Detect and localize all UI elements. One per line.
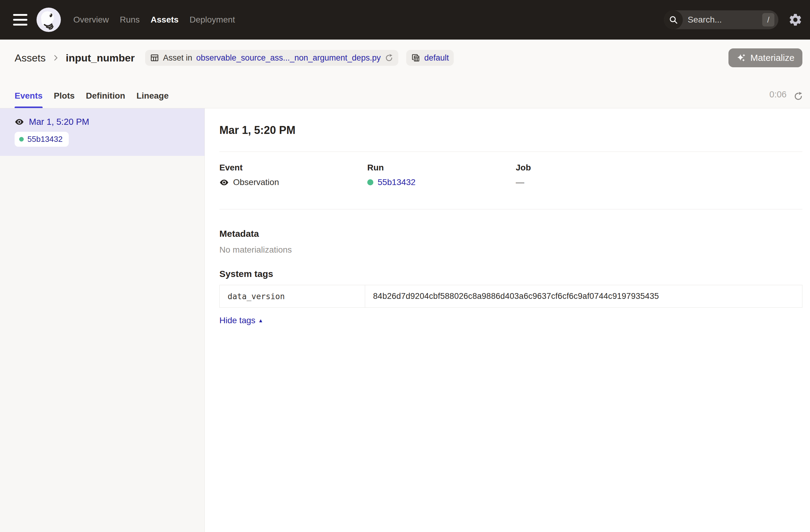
caret-up-icon: ▲ (258, 318, 263, 323)
event-summary-columns: Event Observation Run 55b13 (220, 163, 803, 187)
content-area: Mar 1, 5:20 PM 55b13432 Mar 1, 5:20 PM E… (0, 108, 810, 532)
slash-shortcut-badge: / (762, 13, 774, 27)
materialize-button[interactable]: Materialize (728, 48, 803, 67)
primary-nav: Overview Runs Assets Deployment (73, 15, 246, 25)
system-tags-heading: System tags (220, 269, 803, 279)
tab-plots[interactable]: Plots (54, 91, 75, 108)
event-column: Event Observation (220, 163, 367, 187)
metadata-empty-text: No materializations (220, 245, 803, 255)
run-column: Run 55b13432 (367, 163, 516, 187)
menu-icon[interactable] (13, 14, 27, 26)
tag-value-cell: 84b26d7d9204cbf588026c8a9886d403a6c9637c… (365, 285, 803, 308)
metadata-heading: Metadata (220, 228, 803, 239)
refresh-countdown: 0:06 (770, 90, 787, 108)
nav-item-assets[interactable]: Assets (151, 15, 179, 25)
job-column: Job — (516, 163, 803, 187)
tab-lineage[interactable]: Lineage (136, 91, 168, 108)
repo-pill: default (406, 50, 454, 66)
event-list-item-selected[interactable]: Mar 1, 5:20 PM 55b13432 (0, 108, 205, 156)
search-bar[interactable]: / (664, 10, 778, 29)
sparkle-icon (736, 53, 746, 63)
eye-icon (15, 117, 24, 127)
system-tags-table: data_version 84b26d7d9204cbf588026c8a988… (220, 285, 803, 308)
asset-definition-pill: Asset in observable_source_ass..._non_ar… (145, 50, 398, 66)
run-id-label: 55b13432 (27, 134, 63, 144)
run-id-link[interactable]: 55b13432 (378, 177, 416, 187)
refresh-icon[interactable] (793, 91, 803, 108)
tag-key-cell: data_version (220, 285, 365, 308)
materialize-label: Materialize (750, 53, 794, 63)
eye-icon (220, 178, 229, 187)
run-status-dot (367, 179, 373, 186)
tab-events[interactable]: Events (15, 91, 43, 108)
chevron-right-icon (52, 54, 60, 62)
event-label: Event (220, 163, 367, 173)
job-empty-value: — (516, 177, 524, 187)
table-icon (150, 53, 159, 62)
dagster-logo[interactable] (36, 7, 61, 32)
nav-item-runs[interactable]: Runs (120, 15, 140, 25)
run-label: Run (367, 163, 516, 173)
event-detail-title: Mar 1, 5:20 PM (220, 124, 803, 137)
nav-item-overview[interactable]: Overview (73, 15, 109, 25)
breadcrumb-assets-link[interactable]: Assets (15, 52, 46, 64)
event-list-sidebar: Mar 1, 5:20 PM 55b13432 (0, 108, 205, 532)
divider (220, 151, 803, 152)
job-label: Job (516, 163, 803, 173)
hide-tags-link[interactable]: Hide tags ▲ (220, 316, 263, 325)
event-detail-panel: Mar 1, 5:20 PM Event Observation (205, 108, 810, 532)
search-input[interactable] (683, 15, 762, 25)
hide-tags-label: Hide tags (220, 316, 255, 325)
run-status-dot (19, 137, 24, 142)
search-icon (664, 10, 683, 29)
asset-in-label: Asset in (163, 53, 192, 63)
top-nav: Overview Runs Assets Deployment / (0, 0, 810, 39)
asset-source-file-link[interactable]: observable_source_ass..._non_argument_de… (196, 53, 380, 63)
event-timestamp: Mar 1, 5:20 PM (29, 117, 89, 127)
repo-icon (411, 53, 420, 62)
tabs: Events Plots Definition Lineage 0:06 (0, 76, 810, 108)
page-title: input_number (66, 52, 135, 64)
gear-icon[interactable] (788, 12, 803, 28)
divider (220, 209, 803, 209)
table-row: data_version 84b26d7d9204cbf588026c8a988… (220, 285, 803, 308)
page-header: Assets input_number Asset in observable_… (0, 39, 810, 108)
tab-definition[interactable]: Definition (86, 91, 125, 108)
reload-definition-icon[interactable] (385, 53, 393, 62)
nav-item-deployment[interactable]: Deployment (190, 15, 235, 25)
run-tag[interactable]: 55b13432 (15, 132, 69, 147)
repo-default-link[interactable]: default (424, 53, 449, 63)
event-type-value: Observation (233, 177, 279, 187)
breadcrumb: Assets input_number Asset in observable_… (0, 39, 810, 76)
